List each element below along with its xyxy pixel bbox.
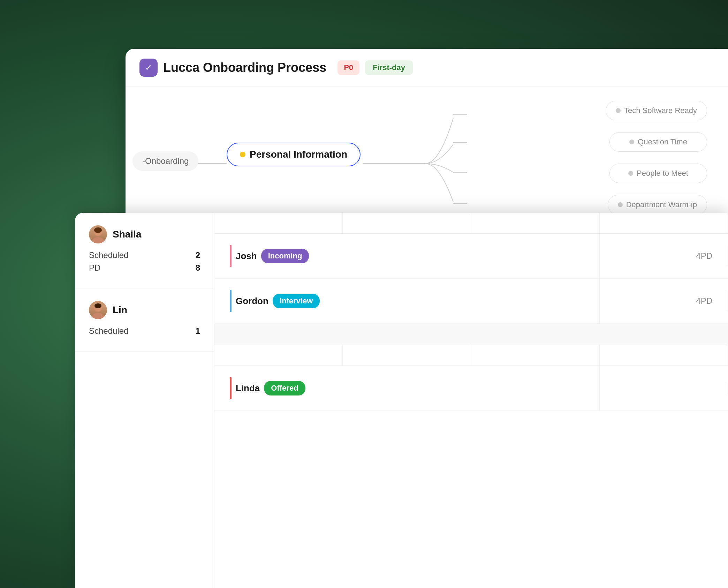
person-name-lin: Lin <box>113 304 127 316</box>
col-4 <box>600 213 728 233</box>
person-stat-scheduled-lin: Scheduled 1 <box>89 326 200 336</box>
entry-main-gordon: Gordon Interview <box>221 284 328 318</box>
app-title: Lucca Onboarding Process <box>163 60 326 75</box>
svg-point-12 <box>94 227 102 233</box>
col-2 <box>343 345 471 365</box>
branch-dot <box>628 171 633 176</box>
entry-meta-gordon: 4PD <box>600 291 728 311</box>
badge-interview[interactable]: Interview <box>273 294 320 308</box>
node-people-to-meet[interactable]: People to Meet <box>609 164 707 183</box>
entry-meta-linda <box>600 383 728 394</box>
avatar-shaila <box>89 225 107 243</box>
branch-dot <box>618 202 623 207</box>
svg-point-16 <box>94 303 101 308</box>
entry-meta-josh: 4PD <box>600 246 728 266</box>
col-3 <box>471 213 600 233</box>
node-tech-software[interactable]: Tech Software Ready <box>606 101 707 120</box>
entry-row-gordon[interactable]: Gordon Interview 4PD <box>214 279 728 324</box>
person-name-row: Shaila <box>89 225 200 243</box>
entry-row-linda[interactable]: Linda Offered <box>214 366 728 411</box>
person-name-shaila: Shaila <box>113 229 141 240</box>
person-row-shaila: Shaila Scheduled 2 PD 8 <box>75 213 214 288</box>
entry-row-josh[interactable]: Josh Incoming 4PD <box>214 234 728 279</box>
entry-main-josh: Josh Incoming <box>221 239 317 273</box>
person-name-row: Lin <box>89 301 200 319</box>
section-spacer <box>214 324 728 345</box>
col-1 <box>214 345 343 365</box>
node-onboarding[interactable]: -Onboarding <box>132 151 198 171</box>
people-sidebar: Shaila Scheduled 2 PD 8 <box>75 213 214 588</box>
table-container: Shaila Scheduled 2 PD 8 <box>75 213 728 588</box>
shaila-entries-section: Josh Incoming 4PD Gordon Intervie <box>214 234 728 324</box>
branch-dot <box>616 108 621 113</box>
card-header: ✓ Lucca Onboarding Process P0 First-day <box>126 49 728 87</box>
person-stat-pd: PD 8 <box>89 263 200 273</box>
person-row-lin: Lin Scheduled 1 <box>75 288 214 352</box>
col-3 <box>471 345 600 365</box>
data-area: Josh Incoming 4PD Gordon Intervie <box>214 213 728 588</box>
node-question-time[interactable]: Question Time <box>609 132 707 152</box>
node-department-warmup[interactable]: Department Warm-ip <box>608 195 707 214</box>
accent-bar <box>230 377 232 399</box>
node-status-dot <box>240 152 245 157</box>
svg-point-10 <box>92 237 104 243</box>
col-1 <box>214 213 343 233</box>
svg-point-14 <box>92 313 104 319</box>
lin-entries-section: Linda Offered <box>214 366 728 411</box>
accent-bar <box>230 245 232 267</box>
badge-incoming[interactable]: Incoming <box>261 249 309 263</box>
grid-header <box>214 213 728 234</box>
entry-main-linda: Linda Offered <box>221 371 314 405</box>
app-logo: ✓ <box>139 59 158 77</box>
col-4 <box>600 345 728 365</box>
node-personal-information[interactable]: Personal Information <box>227 143 361 166</box>
avatar-lin <box>89 301 107 319</box>
badge-p0[interactable]: P0 <box>338 60 359 75</box>
people-table-card: Shaila Scheduled 2 PD 8 <box>75 213 728 588</box>
accent-bar <box>230 290 232 312</box>
lin-section-header <box>214 345 728 366</box>
branch-dot <box>629 140 634 144</box>
col-2 <box>343 213 471 233</box>
person-stat-scheduled: Scheduled 2 <box>89 250 200 260</box>
badge-offered[interactable]: Offered <box>264 381 305 395</box>
badge-firstday[interactable]: First-day <box>365 60 413 75</box>
